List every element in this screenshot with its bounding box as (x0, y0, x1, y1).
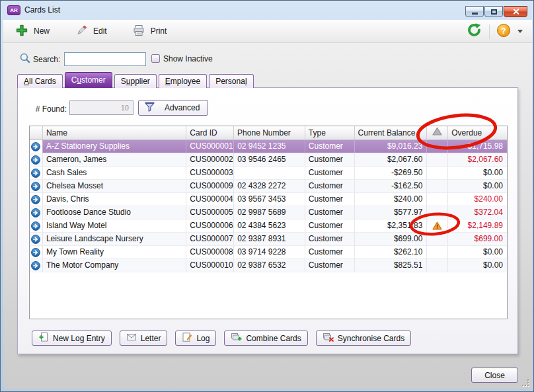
window-title: Cards List (24, 5, 60, 15)
cell-name: Island Way Motel (43, 219, 186, 233)
cell-name: The Motor Company (43, 259, 186, 272)
header-current-balance[interactable]: Current Balance (355, 126, 428, 139)
resize-grip[interactable] (521, 379, 529, 387)
table-row-the-motor-company[interactable]: The Motor CompanyCUS00001002 9387 6532Cu… (30, 259, 507, 272)
cell-warning-empty (427, 153, 448, 167)
cell-current-balance: $699.00 (355, 233, 428, 246)
cell-overdue: $2,149.89 (448, 219, 507, 233)
maximize-button[interactable] (484, 6, 503, 17)
new-button[interactable]: New (13, 21, 52, 41)
cell-type: Customer (305, 193, 355, 206)
cell-warning-empty (427, 206, 448, 219)
show-inactive-checkbox[interactable] (151, 54, 160, 63)
table-row-my-town-reality[interactable]: My Town RealityCUS00000803 9714 9228Cust… (30, 246, 507, 259)
row-arrow-icon[interactable] (30, 233, 43, 246)
cell-card-id: CUS000010 (186, 259, 234, 272)
row-arrow-icon[interactable] (30, 167, 43, 180)
cell-type: Customer (305, 180, 355, 193)
close-button[interactable]: Close (471, 368, 518, 383)
letter-icon (126, 332, 137, 344)
header-type[interactable]: Type (305, 126, 355, 139)
minimize-button[interactable] (465, 6, 484, 17)
cell-card-id: CUS000003 (186, 167, 234, 180)
customer-tab-panel: # Found: Advanced Name Card ID Phone Num… (17, 87, 518, 354)
new-log-entry-button[interactable]: New Log Entry (32, 331, 112, 346)
cell-type: Customer (305, 206, 355, 219)
cell-overdue: $0.00 (448, 180, 507, 193)
edit-button[interactable]: Edit (72, 21, 110, 41)
cell-warning-empty (427, 246, 448, 259)
app-badge: AR (7, 5, 20, 15)
row-arrow-icon[interactable] (30, 206, 43, 219)
cell-warning-empty (427, 140, 448, 153)
help-dropdown-caret-icon[interactable] (517, 30, 523, 33)
table-row-chelsea-mosset[interactable]: Chelsea MossetCUS00000902 4328 2272Custo… (30, 180, 507, 193)
table-row-a-z-stationery-supplies[interactable]: A-Z Stationery SuppliesCUS00000102 9452 … (30, 140, 507, 153)
cell-card-id: CUS000002 (186, 153, 234, 167)
table-row-island-way-motel[interactable]: Island Way MotelCUS00000602 4384 5623Cus… (30, 219, 507, 233)
print-button[interactable]: Print (130, 21, 170, 41)
cell-phone-number: 02 9387 6532 (234, 259, 305, 272)
table-row-leisure-landscape-nursery[interactable]: Leisure Landscape NurseryCUS00000702 938… (30, 233, 507, 246)
show-inactive-label[interactable]: Show Inactive (163, 54, 213, 63)
advanced-filter-button[interactable]: Advanced (138, 100, 208, 116)
tab-strip: All CardsCustomerSupplierEmployeePersona… (17, 72, 254, 88)
table-row-footloose-dance-studio[interactable]: Footloose Dance StudioCUS00000502 9987 5… (30, 206, 507, 219)
tab-employee[interactable]: Employee (159, 74, 207, 88)
row-arrow-icon[interactable] (30, 140, 43, 153)
row-arrow-icon[interactable] (30, 180, 43, 193)
table-body: A-Z Stationery SuppliesCUS00000102 9452 … (30, 140, 507, 272)
row-arrow-icon[interactable] (30, 219, 43, 233)
header-arrow-column[interactable] (30, 126, 43, 139)
warning-column-header-icon (432, 126, 442, 139)
row-arrow-icon[interactable] (30, 193, 43, 206)
row-arrow-icon[interactable] (30, 246, 43, 259)
maximize-icon (491, 9, 497, 15)
cell-overdue: $0.00 (448, 259, 507, 272)
log-button[interactable]: Log (175, 331, 216, 346)
table-row-cash-sales[interactable]: Cash SalesCUS000003Customer-$269.50$0.00 (30, 167, 507, 180)
table-row-davis-chris[interactable]: Davis, ChrisCUS00000403 9567 3453Custome… (30, 193, 507, 206)
titlebar: AR Cards List (1, 1, 533, 20)
toolbar: New Edit Print ? (3, 20, 532, 43)
tab-supplier[interactable]: Supplier (114, 74, 157, 88)
header-warning-column[interactable] (427, 126, 448, 139)
combine-cards-button[interactable]: Combine Cards (224, 331, 307, 346)
search-input[interactable] (64, 52, 146, 66)
cell-card-id: CUS000001 (186, 140, 234, 153)
search-icon (19, 52, 31, 67)
cell-phone-number: 02 4328 2272 (234, 180, 305, 193)
close-window-button[interactable] (504, 6, 527, 17)
row-arrow-icon[interactable] (30, 259, 43, 272)
table-row-cameron-james[interactable]: Cameron, JamesCUS00000203 9546 2465Custo… (30, 153, 507, 167)
header-overdue[interactable]: Overdue (448, 126, 507, 139)
help-button[interactable]: ? (496, 23, 511, 40)
cell-overdue: $372.04 (448, 206, 507, 219)
synchronise-cards-icon (323, 332, 334, 344)
tab-customer[interactable]: Customer (65, 72, 112, 88)
cards-table: Name Card ID Phone Number Type Current B… (29, 126, 508, 319)
cell-name: Chelsea Mosset (43, 180, 186, 193)
cell-phone-number: 02 9987 5689 (234, 206, 305, 219)
combine-cards-label: Combine Cards (246, 334, 301, 343)
tab-personal[interactable]: Personal (209, 74, 253, 88)
found-count-field (69, 100, 134, 115)
cell-name: Footloose Dance Studio (43, 206, 186, 219)
cell-current-balance: $825.51 (355, 259, 428, 272)
letter-button[interactable]: Letter (120, 331, 168, 346)
cell-overdue: $699.00 (448, 233, 507, 246)
cell-overdue: $0.00 (448, 246, 507, 259)
header-phone-number[interactable]: Phone Number (234, 126, 305, 139)
cell-phone-number: 02 4384 5623 (234, 219, 305, 233)
synchronise-cards-button[interactable]: Synchronise Cards (316, 331, 411, 346)
tab-all-cards[interactable]: All Cards (17, 74, 63, 88)
found-label: # Found: (23, 104, 67, 114)
refresh-button[interactable] (466, 22, 482, 41)
client-area: New Edit Print ? Search: Show Inactive A… (3, 20, 532, 389)
letter-label: Letter (141, 334, 161, 343)
row-arrow-icon[interactable] (30, 153, 43, 167)
header-card-id[interactable]: Card ID (186, 126, 234, 139)
cell-phone-number: 02 9387 8931 (234, 233, 305, 246)
cell-current-balance: $2,351.83 (355, 219, 428, 233)
header-name[interactable]: Name (43, 126, 186, 139)
